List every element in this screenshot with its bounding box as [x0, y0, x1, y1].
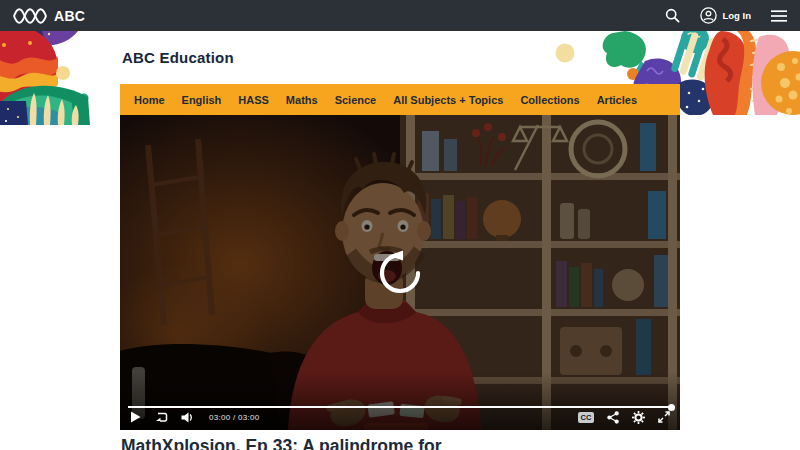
subject-nav: Home English HASS Maths Science All Subj…: [120, 84, 680, 115]
nav-item-home[interactable]: Home: [134, 94, 165, 106]
video-player[interactable]: 03:00 / 03:00 CC: [120, 115, 680, 430]
nav-item-science[interactable]: Science: [335, 94, 377, 106]
fullscreen-icon[interactable]: [658, 411, 670, 423]
time-display: 03:00 / 03:00: [209, 413, 260, 422]
play-icon[interactable]: [130, 411, 141, 423]
nav-item-all-subjects[interactable]: All Subjects + Topics: [393, 94, 503, 106]
abc-lissajous-logo-icon: [13, 6, 47, 26]
page-title: ABC Education: [122, 49, 234, 66]
video-title[interactable]: MathXplosion, Ep 33: A palindrome for: [121, 436, 442, 450]
nav-item-articles[interactable]: Articles: [597, 94, 637, 106]
replay-icon[interactable]: [377, 250, 423, 296]
global-header: ABC Log In: [0, 0, 800, 31]
nav-item-english[interactable]: English: [182, 94, 222, 106]
login-label: Log In: [723, 10, 752, 21]
volume-icon[interactable]: [181, 412, 194, 423]
account-icon: [700, 7, 717, 24]
loop-icon[interactable]: [154, 411, 168, 423]
abc-home-link[interactable]: ABC: [13, 6, 85, 26]
menu-icon[interactable]: [771, 10, 787, 22]
brand-text: ABC: [54, 8, 85, 24]
share-icon[interactable]: [607, 411, 619, 424]
settings-icon[interactable]: [632, 411, 645, 424]
nav-item-maths[interactable]: Maths: [286, 94, 318, 106]
nav-item-collections[interactable]: Collections: [520, 94, 579, 106]
nav-item-hass[interactable]: HASS: [238, 94, 269, 106]
cc-icon[interactable]: CC: [578, 412, 594, 423]
banner-artwork-left: [0, 31, 118, 125]
search-icon[interactable]: [665, 8, 680, 23]
login-button[interactable]: Log In: [700, 7, 752, 24]
